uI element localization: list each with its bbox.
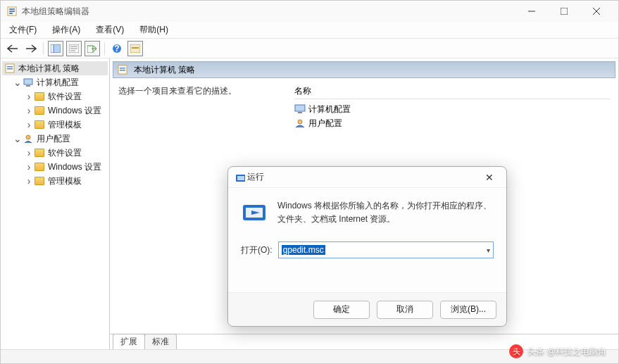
back-button[interactable] xyxy=(5,41,20,56)
menu-view[interactable]: 查看(V) xyxy=(92,23,128,37)
tree-label: 管理模板 xyxy=(48,119,82,131)
computer-icon xyxy=(23,77,33,87)
svg-rect-28 xyxy=(295,105,305,111)
menu-action[interactable]: 操作(A) xyxy=(48,23,85,37)
list-item-user[interactable]: 用户配置 xyxy=(294,116,610,130)
svg-rect-20 xyxy=(7,66,13,68)
menu-help[interactable]: 帮助(H) xyxy=(135,23,173,37)
main-header-label: 本地计算机 策略 xyxy=(134,64,195,76)
maximize-button[interactable] xyxy=(548,1,580,22)
tab-standard[interactable]: 标准 xyxy=(144,334,177,349)
cancel-button[interactable]: 取消 xyxy=(377,301,433,319)
main-header: 本地计算机 策略 xyxy=(113,61,615,78)
folder-icon xyxy=(35,163,44,171)
expand-icon[interactable]: › xyxy=(25,91,33,102)
tree-admin[interactable]: ›管理模板 xyxy=(2,174,108,188)
tree-label: Windows 设置 xyxy=(48,161,101,173)
collapse-icon[interactable]: ⌄ xyxy=(13,133,22,144)
expand-icon[interactable]: › xyxy=(25,161,33,172)
menubar: 文件(F) 操作(A) 查看(V) 帮助(H) xyxy=(1,22,618,39)
svg-rect-26 xyxy=(120,68,125,69)
dialog-body: Windows 将根据你所输入的名称，为你打开相应的程序、文件夹、文档或 Int… xyxy=(228,188,506,292)
browse-button[interactable]: 浏览(B)... xyxy=(440,301,496,319)
list-item-label: 计算机配置 xyxy=(308,103,351,115)
window-title: 本地组策略编辑器 xyxy=(22,6,515,18)
properties-button[interactable] xyxy=(66,41,82,56)
dialog-description: Windows 将根据你所输入的名称，为你打开相应的程序、文件夹、文档或 Int… xyxy=(277,199,494,226)
tree-label: Windows 设置 xyxy=(48,105,101,117)
ok-button[interactable]: 确定 xyxy=(313,301,370,319)
svg-rect-3 xyxy=(9,13,13,14)
toolbar: ? xyxy=(1,39,618,58)
expand-icon[interactable]: › xyxy=(25,119,33,130)
tree-root-label: 本地计算机 策略 xyxy=(18,63,80,75)
tree-windows[interactable]: ›Windows 设置 xyxy=(2,160,108,174)
svg-rect-23 xyxy=(26,85,30,87)
tree-software[interactable]: ›软件设置 xyxy=(2,89,108,103)
svg-rect-1 xyxy=(9,8,15,10)
open-value: gpedit.msc xyxy=(282,245,325,255)
tree-panel: 本地计算机 策略 ⌄ 计算机配置 ›软件设置 ›Windows 设置 ›管理模板… xyxy=(1,58,110,349)
minimize-button[interactable] xyxy=(515,1,548,22)
open-combobox[interactable]: gpedit.msc ▾ xyxy=(278,241,494,258)
tree-label: 管理模板 xyxy=(48,175,82,187)
window-controls xyxy=(515,1,613,22)
titlebar: 本地组策略编辑器 xyxy=(1,1,618,22)
app-icon xyxy=(6,6,18,17)
chevron-down-icon[interactable]: ▾ xyxy=(487,246,490,254)
tree-label: 软件设置 xyxy=(48,91,82,103)
folder-icon xyxy=(35,106,44,115)
list-item-label: 用户配置 xyxy=(308,118,342,130)
svg-rect-32 xyxy=(237,176,244,180)
dialog-titlebar: 运行 ✕ xyxy=(228,167,506,188)
svg-rect-2 xyxy=(9,11,15,12)
folder-icon xyxy=(35,120,44,129)
svg-rect-21 xyxy=(7,68,13,70)
tree-software[interactable]: ›软件设置 xyxy=(2,146,108,160)
dialog-title: 运行 xyxy=(247,171,480,183)
svg-rect-22 xyxy=(24,79,32,84)
svg-point-24 xyxy=(26,135,30,139)
list-item-computer[interactable]: 计算机配置 xyxy=(294,102,610,116)
export-button[interactable] xyxy=(85,41,100,56)
run-icon xyxy=(241,199,268,226)
tree-user-config[interactable]: ⌄ 用户配置 xyxy=(2,132,108,146)
open-label: 打开(O): xyxy=(241,244,273,256)
filter-button[interactable] xyxy=(127,41,143,56)
expand-icon[interactable]: › xyxy=(25,175,33,187)
user-icon xyxy=(23,134,33,144)
svg-rect-29 xyxy=(298,112,302,113)
tree-label: 用户配置 xyxy=(37,133,70,145)
separator xyxy=(43,42,44,55)
policy-icon xyxy=(118,65,127,75)
svg-rect-5 xyxy=(561,8,568,15)
svg-point-30 xyxy=(298,120,302,124)
dialog-actions: 确定 取消 浏览(B)... xyxy=(228,292,506,326)
tree-root[interactable]: 本地计算机 策略 xyxy=(2,61,108,75)
help-button[interactable]: ? xyxy=(109,41,125,56)
separator xyxy=(104,42,105,55)
tree-windows[interactable]: ›Windows 设置 xyxy=(2,103,108,118)
svg-rect-9 xyxy=(51,44,54,53)
collapse-icon[interactable]: ⌄ xyxy=(13,77,22,88)
computer-icon xyxy=(294,104,306,114)
policy-icon xyxy=(5,63,15,73)
svg-rect-27 xyxy=(120,70,125,71)
svg-rect-18 xyxy=(132,47,139,49)
tree-admin[interactable]: ›管理模板 xyxy=(2,118,108,132)
run-app-icon xyxy=(235,172,245,182)
svg-rect-14 xyxy=(87,46,93,53)
close-button[interactable] xyxy=(580,1,613,22)
menu-file[interactable]: 文件(F) xyxy=(5,23,41,37)
tree-computer-config[interactable]: ⌄ 计算机配置 xyxy=(2,75,108,89)
svg-text:?: ? xyxy=(114,44,119,54)
dialog-close-button[interactable]: ✕ xyxy=(480,170,499,185)
folder-icon xyxy=(35,149,44,157)
expand-icon[interactable]: › xyxy=(25,105,33,116)
user-icon xyxy=(294,118,306,128)
expand-icon[interactable]: › xyxy=(25,147,33,158)
tab-extended[interactable]: 扩展 xyxy=(113,334,145,349)
forward-button[interactable] xyxy=(23,41,39,56)
console-tree-button[interactable] xyxy=(48,41,63,56)
column-header-name[interactable]: 名称 xyxy=(294,85,610,99)
